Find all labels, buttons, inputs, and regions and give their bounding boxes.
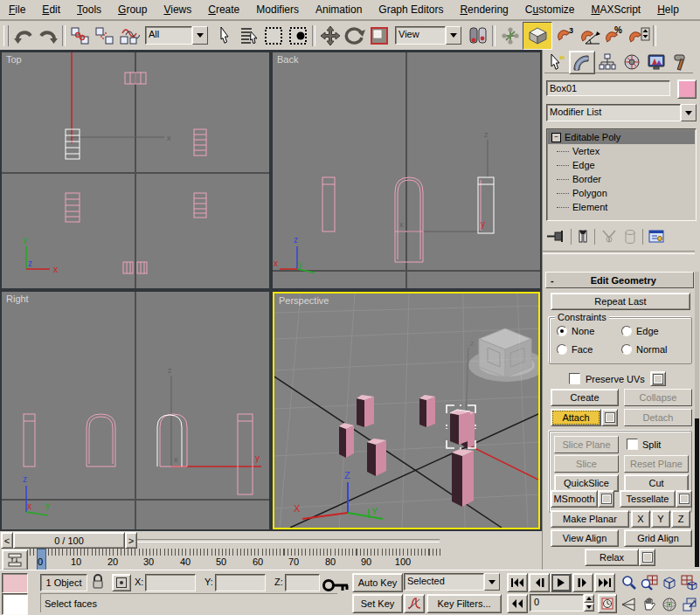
modifier-list-combo[interactable]: Modifier List xyxy=(546,104,697,121)
go-to-start-button[interactable] xyxy=(507,573,528,592)
play-animation-button[interactable] xyxy=(551,573,572,592)
viewport-top-label[interactable]: Top xyxy=(6,54,22,65)
show-end-result-button[interactable] xyxy=(577,229,589,245)
window-crossing-toggle-button[interactable] xyxy=(286,24,309,47)
y-coord-field[interactable] xyxy=(215,574,266,591)
attach-button[interactable]: Attach xyxy=(551,409,601,426)
collapse-minus-icon[interactable]: − xyxy=(551,133,561,142)
relax-settings-button[interactable] xyxy=(639,549,655,566)
key-mode-toggle-button[interactable] xyxy=(507,594,528,613)
menu-tools[interactable]: Tools xyxy=(77,3,101,16)
menu-maxscript[interactable]: MAXScript xyxy=(592,3,641,16)
menu-file[interactable]: File xyxy=(9,3,25,16)
wireframe-object[interactable] xyxy=(87,414,115,466)
viewport-back-label[interactable]: Back xyxy=(277,54,298,65)
menu-group[interactable]: Group xyxy=(118,3,147,16)
time-slider-prev-button[interactable]: < xyxy=(1,532,13,549)
attach-options-button[interactable] xyxy=(601,409,618,426)
preserve-uvs-checkbox[interactable]: Preserve UVs xyxy=(569,371,666,386)
reference-coordinate-combo[interactable]: View xyxy=(395,26,461,45)
z-coord-field[interactable] xyxy=(285,574,320,591)
zoom-extents-button[interactable] xyxy=(659,572,679,593)
time-slider-track[interactable] xyxy=(137,539,440,542)
rectangular-selection-region-button[interactable] xyxy=(261,24,285,47)
select-and-link-button[interactable] xyxy=(68,24,92,47)
selected-object-top[interactable] xyxy=(66,129,80,159)
zoom-all-button[interactable] xyxy=(639,572,659,593)
key-filters-button[interactable]: Key Filters... xyxy=(426,594,502,613)
create-button[interactable]: Create xyxy=(551,389,619,406)
msmooth-button[interactable]: MSmooth xyxy=(551,490,598,508)
panel-scrollbar[interactable] xyxy=(695,272,699,567)
selected-object-right[interactable] xyxy=(157,414,187,466)
selection-lock-toggle[interactable] xyxy=(91,574,105,590)
constraint-none-radio[interactable]: None xyxy=(557,326,594,336)
shaded-box-object[interactable] xyxy=(452,449,474,507)
time-configuration-button[interactable] xyxy=(598,594,617,613)
edit-geometry-rollout-header[interactable]: - Edit Geometry xyxy=(545,272,694,288)
menu-create[interactable]: Create xyxy=(208,3,239,16)
next-frame-button[interactable] xyxy=(572,573,593,592)
selected-shaded-box-object[interactable] xyxy=(450,410,470,445)
constraint-face-radio[interactable]: Face xyxy=(557,344,593,355)
shaded-box-object[interactable] xyxy=(357,395,374,427)
relax-button[interactable]: Relax xyxy=(585,549,639,566)
menu-views[interactable]: Views xyxy=(163,3,191,16)
make-planar-x-button[interactable]: X xyxy=(631,510,650,528)
menu-graph-editors[interactable]: Graph Editors xyxy=(378,3,443,16)
select-object-button[interactable] xyxy=(212,24,236,47)
tessellate-settings-button[interactable] xyxy=(676,490,692,508)
menu-rendering[interactable]: Rendering xyxy=(460,3,508,16)
viewport-back-canvas[interactable]: z x y xyxy=(273,52,540,288)
combo-arrow-icon[interactable] xyxy=(192,26,208,45)
viewport-perspective-canvas[interactable]: z xyxy=(274,294,538,528)
menu-edit[interactable]: Edit xyxy=(42,3,60,16)
constraint-edge-radio[interactable]: Edge xyxy=(621,326,659,336)
grid-align-button[interactable]: Grid Align xyxy=(624,529,692,547)
time-slider-next-button[interactable]: > xyxy=(125,532,137,549)
make-planar-y-button[interactable]: Y xyxy=(651,510,670,528)
cut-button[interactable]: Cut xyxy=(624,474,689,492)
viewport-top-canvas[interactable]: x xyxy=(2,52,269,288)
stack-item-element[interactable]: Element xyxy=(548,200,695,214)
time-slider-thumb[interactable]: 0 / 100 xyxy=(13,532,125,549)
object-color-swatch[interactable] xyxy=(677,79,697,99)
menu-help[interactable]: Help xyxy=(657,3,679,16)
bind-to-space-warp-button[interactable] xyxy=(117,24,141,47)
zoom-button[interactable] xyxy=(619,572,639,593)
viewport-right-canvas[interactable]: z x y xyxy=(2,292,269,529)
wireframe-object[interactable] xyxy=(194,129,206,155)
preserve-uvs-settings-button[interactable] xyxy=(650,371,666,386)
split-checkbox[interactable]: Split xyxy=(627,439,661,450)
menu-customize[interactable]: Customize xyxy=(525,3,575,16)
menu-modifiers[interactable]: Modifiers xyxy=(256,3,299,16)
snap-toggle-3d-button[interactable] xyxy=(523,22,552,50)
panel-scrollbar-thumb[interactable] xyxy=(695,418,699,567)
auto-key-button[interactable]: Auto Key xyxy=(352,573,403,592)
constraint-normal-radio[interactable]: Normal xyxy=(621,344,667,355)
stack-item-polygon[interactable]: Polygon xyxy=(548,186,695,200)
select-and-move-button[interactable] xyxy=(318,24,342,47)
msmooth-settings-button[interactable] xyxy=(598,490,614,508)
unlink-selection-button[interactable] xyxy=(93,24,116,47)
use-pivot-point-center-button[interactable] xyxy=(466,24,489,47)
shaded-box-object[interactable] xyxy=(419,395,435,427)
stack-item-border[interactable]: Border xyxy=(548,172,695,186)
select-and-manipulate-button[interactable] xyxy=(498,24,522,47)
redo-button[interactable] xyxy=(36,24,59,47)
combo-arrow-icon[interactable] xyxy=(681,104,697,121)
undo-button[interactable] xyxy=(11,24,35,47)
tab-utilities[interactable] xyxy=(669,51,693,73)
combo-arrow-icon[interactable] xyxy=(446,26,461,45)
object-name-field[interactable]: Box01 xyxy=(546,80,670,96)
tab-hierarchy[interactable] xyxy=(595,51,620,73)
zoom-extents-all-button[interactable] xyxy=(679,572,699,593)
wireframe-object[interactable] xyxy=(24,414,35,466)
track-bar-ruler[interactable]: 0 10 20 30 40 50 60 70 80 90 100 xyxy=(30,549,440,570)
stack-item-editable-poly[interactable]: − Editable Poly xyxy=(548,130,695,144)
spinner-snap-toggle-button[interactable] xyxy=(627,24,650,47)
wireframe-object[interactable] xyxy=(322,177,335,231)
configure-modifier-sets-button[interactable] xyxy=(648,229,666,245)
maxscript-listener-pane[interactable] xyxy=(2,593,28,615)
make-unique-button[interactable] xyxy=(600,229,618,245)
